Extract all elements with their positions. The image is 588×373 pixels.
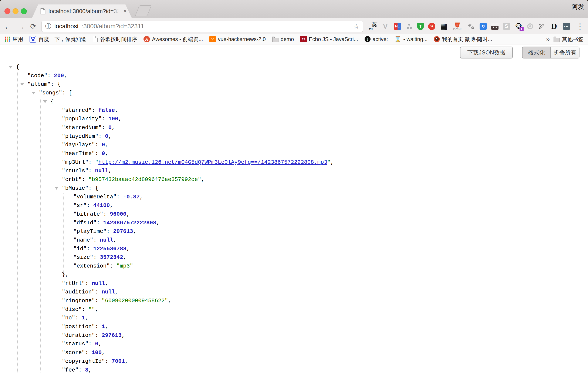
more-tools-icon[interactable]: ••• xyxy=(563,23,570,30)
json-line: "audition": null, xyxy=(0,288,588,297)
bookmark-awesomes[interactable]: AAwesomes - 前端资... xyxy=(144,36,203,43)
html5-player-icon[interactable]: 5PLAYER xyxy=(452,22,462,31)
reload-button[interactable]: ⟳ xyxy=(30,23,36,30)
download-chevrons-icon[interactable]: « xyxy=(480,23,487,30)
paw-icon[interactable]: 🐾 xyxy=(467,22,475,31)
bookmark-label: active: xyxy=(373,36,388,42)
json-line: "popularity": 100, xyxy=(0,115,588,123)
json-line: "extension": "mp3" xyxy=(0,262,588,270)
collapse-arrow-icon[interactable] xyxy=(32,92,35,95)
collapse-arrow-icon[interactable] xyxy=(55,187,58,190)
json-line: "playTime": 297613, xyxy=(0,227,588,236)
folder-icon xyxy=(554,38,560,42)
bookmark-vue-hackernews[interactable]: Vvue-hackernews-2.0 xyxy=(210,36,266,42)
minimize-window-button[interactable] xyxy=(12,8,19,14)
json-line: "playedNum": 0, xyxy=(0,132,588,141)
bookmarks-overflow-icon[interactable]: » xyxy=(546,35,550,43)
fast-forward-icon[interactable]: » xyxy=(428,23,435,30)
active-tab[interactable]: localhost:3000/album?id=323 × xyxy=(32,4,132,18)
vue-icon: V xyxy=(210,36,216,42)
zoom-window-button[interactable] xyxy=(21,8,27,14)
json-line: "album": { xyxy=(0,80,588,89)
bird-icon[interactable]: 🕊 xyxy=(538,22,546,31)
downcircle-icon: ↓ xyxy=(365,36,370,42)
indent-guide xyxy=(17,72,18,373)
indent-guide xyxy=(29,89,29,373)
url-path: :3000/album?id=32311 xyxy=(82,23,144,30)
json-line: "mp3Url": "http://m2.music.126.net/mO4G5… xyxy=(0,158,588,167)
json-line: "fee": 8, xyxy=(0,366,588,373)
qrcode-icon[interactable]: ▦ xyxy=(440,22,448,31)
address-bar[interactable]: ⓘ localhost:3000/album?id=32311 ☆ xyxy=(42,21,363,32)
json-line: "name": null, xyxy=(0,236,588,245)
close-window-button[interactable] xyxy=(4,8,10,14)
bookmark-apps[interactable]: 应用 xyxy=(5,36,23,43)
collapse-arrow-icon[interactable] xyxy=(43,100,47,103)
other-bookmarks-button[interactable]: 其他书签 xyxy=(554,36,583,43)
bookmark-baidu[interactable]: 百度一下，你就知道 xyxy=(30,36,86,43)
indent-guide xyxy=(40,98,41,373)
vue-devtools-icon[interactable]: V xyxy=(381,22,389,31)
url-host: localhost xyxy=(54,23,79,30)
json-line: "ringtone": "600902000009458622", xyxy=(0,297,588,305)
bookmark-label: 百度一下，你就知道 xyxy=(39,36,86,43)
json-line: }, xyxy=(0,270,588,279)
page-favicon-icon xyxy=(40,8,45,14)
json-line: "no": 1, xyxy=(0,314,588,322)
forward-button[interactable]: → xyxy=(17,22,25,30)
json-line: "size": 3572342, xyxy=(0,253,588,262)
json-line: "sr": 44100, xyxy=(0,201,588,210)
json-line: "score": 100, xyxy=(0,348,588,357)
dark-mode-icon[interactable]: D xyxy=(550,22,558,31)
json-line: "rtUrls": null, xyxy=(0,167,588,175)
bookmark-demo[interactable]: demo xyxy=(272,36,294,42)
bookmark-google-sort[interactable]: 谷歌按时间排序 xyxy=(93,36,137,43)
tab-title: localhost:3000/album?id=323 xyxy=(48,8,120,14)
collapse-arrow-icon[interactable] xyxy=(9,66,12,68)
json-line: "hearTime": 0, xyxy=(0,149,588,158)
fe-icon[interactable]: FE xyxy=(394,23,401,30)
json-line: "starredNum": 0, xyxy=(0,123,588,132)
indent-guide xyxy=(52,107,52,373)
bookmark-star-icon[interactable]: ☆ xyxy=(353,22,359,30)
browser-menu-icon[interactable]: ⋮ xyxy=(576,22,584,31)
weibo-icon xyxy=(434,36,440,42)
apps-grid-icon xyxy=(5,36,10,42)
json-line: "volumeDelta": -0.87, xyxy=(0,193,588,201)
new-tab-button[interactable] xyxy=(135,5,152,16)
json-line: "id": 1225536788, xyxy=(0,245,588,253)
json-line: "disc": "", xyxy=(0,305,588,314)
json-line: "status": 0, xyxy=(0,340,588,348)
window-titlebar: localhost:3000/album?id=323 × 阿发 xyxy=(0,0,588,18)
browser-window: localhost:3000/album?id=323 × 阿发 ← → ⟳ ⓘ… xyxy=(0,0,588,373)
mp3-url-link[interactable]: http://m2.music.126.net/mO4G5dQ7WPm3Le0l… xyxy=(98,159,327,165)
bookmark-echojs[interactable]: JSEcho JS - JavaScri... xyxy=(300,36,358,42)
baidu-icon xyxy=(30,36,36,43)
shield-t-icon[interactable]: T xyxy=(417,23,424,30)
json-line: "starred": false, xyxy=(0,106,588,115)
bookmark-label: 我的首页 微博-随时... xyxy=(442,36,492,43)
json-line: "code": 200, xyxy=(0,72,588,80)
bookmark-label: Echo JS - JavaScri... xyxy=(309,36,358,42)
bookmark-active[interactable]: ↓active: xyxy=(365,36,388,42)
tab-close-icon[interactable]: × xyxy=(123,8,127,14)
json-tree: {"code": 200,"album": {"songs": [{"starr… xyxy=(0,44,588,373)
bookmarks-list: 应用百度一下，你就知道谷歌按时间排序AAwesomes - 前端资...Vvue… xyxy=(5,36,492,43)
translate-icon[interactable]: 英en xyxy=(369,22,377,31)
echojs-icon: JS xyxy=(300,36,307,42)
page-info-icon[interactable]: ⓘ xyxy=(45,22,52,31)
bookmark-label: 谷歌按时间排序 xyxy=(100,36,137,43)
sitemap-icon[interactable] xyxy=(406,23,413,30)
back-button[interactable]: ← xyxy=(4,22,12,30)
weibo-gray-icon[interactable] xyxy=(527,23,533,29)
indent-guide xyxy=(63,193,63,273)
monkey-icon[interactable]: 🐵1 xyxy=(515,22,523,31)
mask-icon[interactable] xyxy=(491,23,498,30)
s-icon[interactable]: S xyxy=(503,23,510,30)
bookmark-label: - waiting... xyxy=(403,36,428,42)
bookmark-label: vue-hackernews-2.0 xyxy=(218,36,266,42)
bookmark-weibo[interactable]: 我的首页 微博-随时... xyxy=(434,36,492,43)
collapse-arrow-icon[interactable] xyxy=(20,83,24,86)
bookmark-waiting[interactable]: ⌛- waiting... xyxy=(394,36,428,43)
page-icon xyxy=(93,36,98,42)
